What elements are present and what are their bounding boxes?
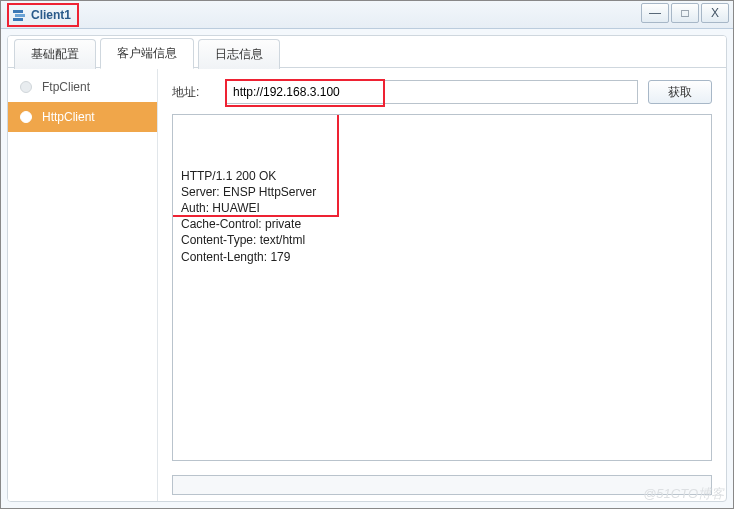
- fetch-button[interactable]: 获取: [648, 80, 712, 104]
- app-icon: [11, 7, 27, 23]
- window-controls: — □ X: [641, 3, 729, 23]
- svg-rect-0: [13, 10, 23, 13]
- tab-log[interactable]: 日志信息: [198, 39, 280, 69]
- sidebar-item-label: HttpClient: [42, 110, 95, 124]
- svg-rect-2: [13, 18, 23, 21]
- maximize-button[interactable]: □: [671, 3, 699, 23]
- dot-icon: [20, 111, 32, 123]
- titlebar: Client1 — □ X: [1, 1, 733, 29]
- response-line: HTTP/1.1 200 OK: [181, 169, 276, 183]
- sidebar-item-http[interactable]: HttpClient: [8, 102, 157, 132]
- title-highlight-box: Client1: [7, 3, 79, 27]
- address-row: 地址: 获取: [172, 80, 712, 104]
- sidebar: FtpClient HttpClient: [8, 68, 158, 501]
- close-button[interactable]: X: [701, 3, 729, 23]
- response-line: Content-Type: text/html: [181, 233, 305, 247]
- app-window: Client1 — □ X 基础配置 客户端信息 日志信息 FtpClient …: [0, 0, 734, 509]
- response-line: Cache-Control: private: [181, 217, 301, 231]
- response-content: HTTP/1.1 200 OK Server: ENSP HttpServer …: [173, 164, 711, 269]
- tab-basic[interactable]: 基础配置: [14, 39, 96, 69]
- address-label: 地址:: [172, 84, 216, 101]
- tab-body: FtpClient HttpClient 地址: 获取: [8, 68, 726, 501]
- window-title: Client1: [31, 8, 71, 22]
- sidebar-item-label: FtpClient: [42, 80, 90, 94]
- response-line: Server: ENSP HttpServer: [181, 185, 316, 199]
- svg-rect-1: [15, 14, 25, 17]
- address-input[interactable]: [227, 81, 637, 103]
- main-panel: 地址: 获取 HTTP/1.1 200 OK Server: ENSP Http…: [158, 68, 726, 501]
- tab-strip: 基础配置 客户端信息 日志信息: [8, 36, 726, 68]
- minimize-button[interactable]: —: [641, 3, 669, 23]
- content-panel: 基础配置 客户端信息 日志信息 FtpClient HttpClient 地址:: [7, 35, 727, 502]
- sidebar-item-ftp[interactable]: FtpClient: [8, 72, 157, 102]
- response-line: Auth: HUAWEI: [181, 201, 260, 215]
- dot-icon: [20, 81, 32, 93]
- address-input-wrap: [226, 80, 638, 104]
- bottom-input[interactable]: [172, 475, 712, 495]
- response-line: Content-Length: 179: [181, 250, 290, 264]
- tab-client[interactable]: 客户端信息: [100, 38, 194, 69]
- response-textarea[interactable]: HTTP/1.1 200 OK Server: ENSP HttpServer …: [172, 114, 712, 461]
